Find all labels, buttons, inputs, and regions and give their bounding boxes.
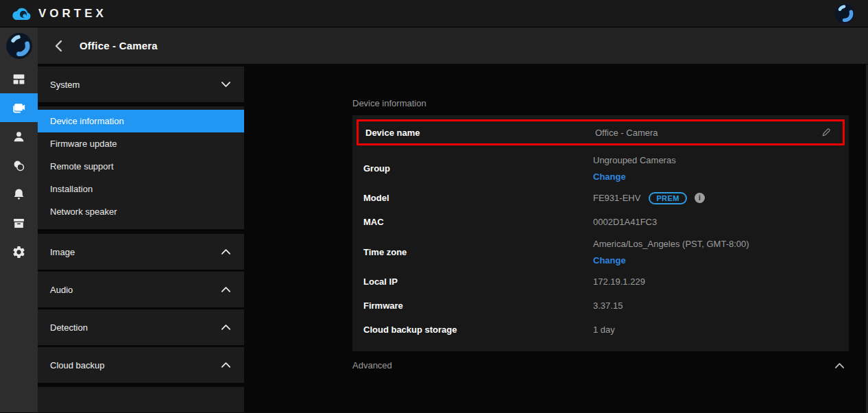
nav-archive[interactable] (0, 209, 38, 237)
nav-users[interactable] (0, 122, 38, 151)
row-value: 172.19.1.229 (593, 276, 645, 287)
device-information-card: Device name Office - Camera Group (352, 115, 849, 351)
menu-item-installation[interactable]: Installation (38, 178, 244, 200)
row-value: 3.37.15 (593, 300, 623, 311)
section-title: Device information (352, 98, 868, 108)
system-submenu: Device information Firmware update Remot… (38, 106, 244, 229)
video-camera-icon (11, 100, 27, 116)
menu-section-system[interactable]: System (38, 67, 244, 102)
main-content: Device information Device name Office - … (244, 64, 868, 412)
row-value: 0002D1A41FC3 (593, 217, 657, 227)
icon-rail (0, 27, 38, 412)
nav-notifications[interactable] (0, 180, 38, 209)
menu-section-label: Detection (50, 322, 88, 333)
overlapping-circles-icon (12, 158, 26, 173)
menu-item-network-speaker[interactable]: Network speaker (38, 200, 244, 223)
row-label: Time zone (363, 247, 593, 257)
nav-settings[interactable] (0, 237, 38, 266)
chevron-up-icon (834, 362, 845, 369)
chevron-up-icon (221, 248, 231, 255)
account-avatar[interactable] (834, 3, 856, 25)
nav-dashboard[interactable] (0, 64, 38, 93)
row-value: Office - Camera (595, 128, 658, 138)
row-group: Group Ungrouped Cameras Change (357, 150, 845, 186)
organization-avatar[interactable] (0, 27, 38, 64)
menu-section-label: Cloud backup (50, 360, 105, 370)
row-local-ip: Local IP 172.19.1.229 (357, 270, 845, 294)
row-value: 1 day (593, 324, 615, 335)
chevron-left-icon (53, 39, 64, 53)
menu-item-remote-support[interactable]: Remote support (38, 155, 244, 178)
chevron-up-icon (221, 286, 231, 293)
menu-section-audio[interactable]: Audio (38, 272, 244, 307)
prem-badge: PREM (649, 192, 686, 204)
chevron-up-icon (221, 324, 231, 331)
row-label: Device name (365, 128, 595, 138)
gear-icon (12, 245, 26, 259)
menu-section-label: Image (50, 247, 75, 257)
chevron-up-icon (221, 362, 231, 368)
row-firmware: Firmware 3.37.15 (357, 294, 845, 318)
brand-logo: VORTEX (11, 6, 107, 21)
change-group-link[interactable]: Change (593, 172, 676, 182)
row-label: Group (363, 163, 593, 174)
chevron-down-icon (221, 81, 231, 88)
info-icon[interactable]: i (695, 193, 705, 203)
menu-item-label: Installation (50, 184, 93, 194)
page-title: Office - Camera (80, 40, 158, 51)
row-label: Cloud backup storage (363, 324, 593, 335)
back-button[interactable] (49, 37, 67, 55)
row-model: Model FE931-EHV PREM i (357, 186, 845, 210)
row-label: MAC (363, 217, 593, 227)
dashboard-icon (12, 72, 26, 86)
menu-section-image[interactable]: Image (38, 234, 244, 270)
nav-roles[interactable] (0, 151, 38, 180)
menu-section-cloud-backup[interactable]: Cloud backup (38, 347, 244, 383)
row-value: FE931-EHV (593, 193, 640, 203)
menu-item-label: Firmware update (50, 139, 117, 149)
row-device-name: Device name Office - Camera (357, 119, 845, 145)
archive-box-icon (12, 216, 26, 231)
row-value: Ungrouped Cameras (593, 155, 676, 165)
menu-section-detection[interactable]: Detection (38, 309, 244, 345)
menu-item-label: Device information (50, 116, 124, 126)
row-label: Firmware (363, 300, 593, 311)
nav-cameras[interactable] (0, 93, 38, 122)
app-window: VORTEX (0, 0, 868, 413)
user-icon (12, 130, 26, 144)
menu-filler (38, 387, 244, 412)
settings-side-menu: System Device information Firmware updat… (38, 64, 244, 412)
row-value: America/Los_Angeles (PST, GMT-8:00) (593, 239, 749, 249)
menu-item-label: Network speaker (50, 206, 117, 217)
menu-section-label: Audio (50, 285, 73, 295)
row-mac: MAC 0002D1A41FC3 (357, 210, 845, 234)
row-label: Local IP (363, 276, 593, 287)
row-time-zone: Time zone America/Los_Angeles (PST, GMT-… (357, 234, 845, 270)
bell-icon (12, 187, 26, 202)
vortex-cloud-logo-icon (11, 6, 32, 21)
advanced-section-toggle[interactable]: Advanced (352, 360, 849, 370)
row-cloud-backup-storage: Cloud backup storage 1 day (357, 318, 845, 342)
menu-section-label: System (50, 80, 80, 90)
page-header: Office - Camera (38, 27, 868, 64)
edit-pencil-icon[interactable] (821, 127, 832, 138)
menu-item-label: Remote support (50, 161, 114, 172)
change-timezone-link[interactable]: Change (593, 255, 749, 266)
advanced-label: Advanced (352, 360, 392, 370)
row-label: Model (363, 193, 593, 203)
brand-name: VORTEX (38, 7, 107, 21)
menu-item-firmware-update[interactable]: Firmware update (38, 132, 244, 155)
menu-item-device-information[interactable]: Device information (38, 110, 244, 132)
top-brand-bar: VORTEX (0, 0, 868, 27)
